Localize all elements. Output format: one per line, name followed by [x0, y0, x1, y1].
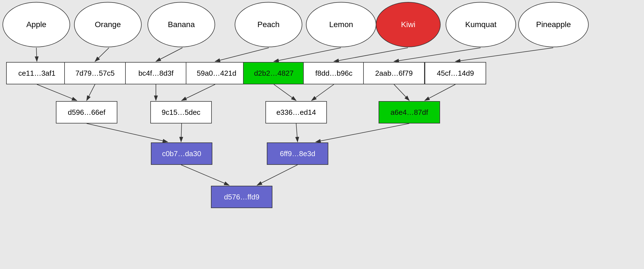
ellipse-apple-label: Apple: [26, 20, 46, 29]
rect-a6e4: a6e4…87df: [379, 101, 440, 123]
rect-a6e4-label: a6e4…87df: [391, 108, 428, 117]
rect-ce11: ce11…3af1: [6, 62, 68, 84]
svg-line-15: [394, 84, 409, 101]
svg-line-9: [274, 48, 341, 61]
ellipse-pineapple-label: Pineapple: [536, 20, 571, 29]
rect-59a0-label: 59a0…421d: [197, 69, 236, 78]
ellipse-pineapple: Pineapple: [518, 2, 589, 47]
ellipse-kiwi: Kiwi: [376, 2, 441, 47]
rect-d576-label: d576…ffd9: [224, 193, 260, 201]
ellipse-kumquat-label: Kumquat: [465, 20, 496, 29]
svg-line-5: [156, 48, 182, 61]
rect-45cf: 45cf…14d9: [425, 62, 486, 84]
svg-line-8: [182, 84, 215, 101]
rect-d596-label: d596…66ef: [68, 108, 105, 117]
svg-line-16: [425, 84, 455, 101]
svg-line-10: [274, 84, 296, 101]
rect-7d79-label: 7d79…57c5: [75, 69, 115, 78]
svg-line-17: [87, 123, 168, 142]
svg-line-19: [296, 123, 298, 142]
svg-line-20: [316, 123, 409, 142]
rect-bc4f: bc4f…8d3f: [125, 62, 187, 84]
rect-d2b2: d2b2…4827: [243, 62, 305, 84]
svg-line-21: [181, 165, 229, 185]
rect-59a0: 59a0…421d: [186, 62, 247, 84]
rect-d596: d596…66ef: [56, 101, 117, 123]
rect-6ff9: 6ff9…8e3d: [267, 142, 328, 165]
rect-d2b2-label: d2b2…4827: [254, 69, 294, 78]
svg-line-14: [455, 48, 553, 61]
ellipse-orange: Orange: [74, 2, 142, 47]
rect-45cf-label: 45cf…14d9: [437, 69, 474, 78]
ellipse-lemon-label: Lemon: [329, 20, 353, 29]
rect-f8dd: f8dd…b96c: [303, 62, 365, 84]
ellipse-lemon: Lemon: [306, 2, 376, 47]
ellipse-kiwi-label: Kiwi: [401, 20, 415, 29]
svg-line-3: [87, 84, 95, 101]
ellipse-banana: Banana: [148, 2, 215, 47]
svg-line-12: [312, 84, 334, 101]
ellipse-orange-label: Orange: [95, 20, 121, 29]
rect-2aab: 2aab…6f79: [363, 62, 425, 84]
ellipse-kumquat: Kumquat: [446, 2, 516, 47]
svg-line-11: [334, 48, 408, 61]
svg-line-6: [215, 48, 269, 61]
svg-line-22: [257, 165, 298, 185]
rect-ce11-label: ce11…3af1: [18, 69, 56, 78]
rect-c0b7-label: c0b7…da30: [162, 149, 201, 158]
rect-9c15-label: 9c15…5dec: [162, 108, 201, 117]
ellipse-peach-label: Peach: [257, 20, 279, 29]
rect-2aab-label: 2aab…6f79: [375, 69, 413, 78]
svg-line-4: [37, 84, 77, 101]
ellipse-banana-label: Banana: [168, 20, 195, 29]
rect-e336-label: e336…ed14: [276, 108, 316, 117]
rect-7d79: 7d79…57c5: [64, 62, 126, 84]
rect-bc4f-label: bc4f…8d3f: [138, 69, 174, 78]
rect-e336: e336…ed14: [265, 101, 327, 123]
rect-9c15: 9c15…5dec: [150, 101, 212, 123]
rect-6ff9-label: 6ff9…8e3d: [280, 149, 315, 158]
ellipse-peach: Peach: [235, 2, 302, 47]
svg-line-13: [394, 48, 481, 61]
rect-c0b7: c0b7…da30: [151, 142, 212, 165]
svg-line-2: [95, 48, 109, 61]
svg-line-18: [181, 123, 182, 142]
rect-d576: d576…ffd9: [211, 186, 272, 208]
rect-f8dd-label: f8dd…b96c: [315, 69, 353, 78]
svg-line-1: [36, 48, 37, 61]
ellipse-apple: Apple: [3, 2, 70, 47]
